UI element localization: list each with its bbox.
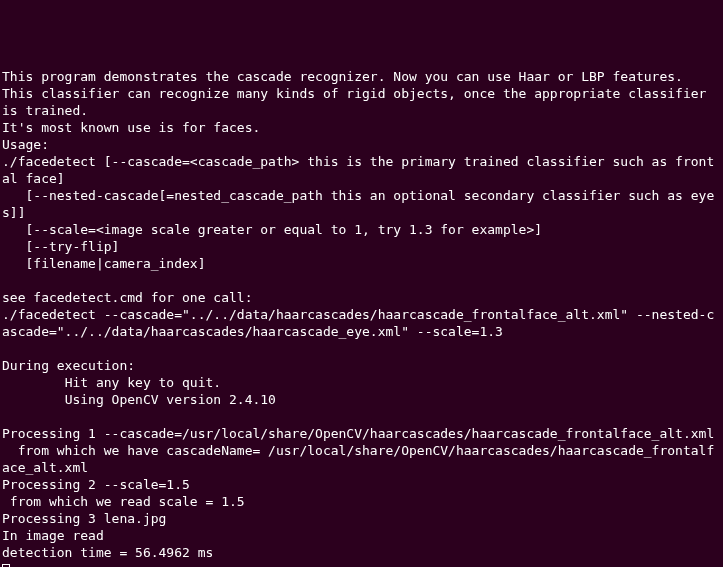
terminal-text: This program demonstrates the cascade re… xyxy=(2,69,714,560)
terminal-output[interactable]: This program demonstrates the cascade re… xyxy=(0,68,723,567)
